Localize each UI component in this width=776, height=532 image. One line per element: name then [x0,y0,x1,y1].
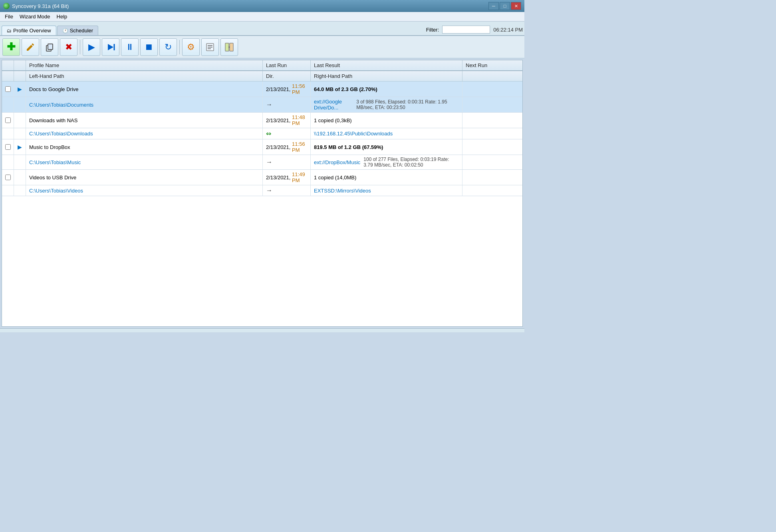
row1-next-run-path [462,97,522,112]
row1-play-cell: ▶ [14,81,26,97]
row2-checkbox[interactable] [5,117,11,123]
row3-right-path-detail: ext://DropBox/Music 100 of 277 Files, El… [311,155,462,169]
row4-left-path[interactable]: C:\Users\Tobias\Videos [26,185,263,196]
status-bar: ⟋ [0,328,524,332]
row3-checkbox[interactable] [5,144,11,150]
minimize-button[interactable]: ─ [488,2,499,10]
row3-next-run [462,139,522,155]
row4-last-result: 1 copied (14,0MB) [311,170,462,185]
log-button[interactable] [201,38,219,56]
run-button[interactable]: ▶ [83,38,100,56]
table-row: Downloads with NAS 2/13/2021, 11:48 PM 1… [2,113,522,128]
title-bar-left: Syncovery 9.31a (64 Bit) [3,3,69,9]
subcol-blank3 [462,71,522,81]
row3-detail: 100 of 277 Files, Elapsed: 0:03:19 Rate:… [363,157,459,168]
filter-input[interactable] [442,26,490,34]
row1-play-icon: ▶ [18,86,22,92]
copy-button[interactable] [41,38,58,56]
tabs-bar: 🗂 Profile Overview 🕐 Scheduler Filter: 0… [0,22,524,36]
row1-last-run: 2/13/2021, 11:56 PM [263,81,311,97]
title-bar: Syncovery 9.31a (64 Bit) ─ □ ✕ [0,0,524,12]
edit-icon [26,42,35,52]
col-next-run: Next Run [462,60,522,70]
row4-dir: → [263,185,311,196]
col-last-run: Last Run [263,60,311,70]
svg-rect-8 [225,43,229,51]
window-title: Syncovery 9.31a (64 Bit) [12,3,69,9]
row1-detail: 3 of 988 Files, Elapsed: 0:00:31 Rate: 1… [356,99,459,110]
menu-help[interactable]: Help [54,13,71,20]
row4-path-check-cell [2,185,14,196]
menu-file[interactable]: File [2,13,16,20]
tab-scheduler[interactable]: 🕐 Scheduler [57,26,99,35]
row1-path-play-cell [14,97,26,112]
row2-play-cell [14,113,26,128]
row3-last-result: 819.5 MB of 1.2 GB (67.59%) [311,139,462,155]
row2-profile-name[interactable]: Downloads with NAS [26,113,263,128]
row1-left-path[interactable]: C:\Users\Tobias\Documents [26,97,263,112]
copy2-icon [224,42,234,52]
table-row: C:\Users\Tobias\Downloads ⇔ \\192.168.12… [2,128,522,139]
filter-label: Filter: [426,27,439,33]
row4-next-run [462,170,522,185]
row4-play-cell [14,170,26,185]
stop-button[interactable]: ⏹ [140,38,158,56]
row3-check-cell [2,139,14,155]
settings-button[interactable]: ⚙ [182,38,200,56]
row1-checkbox[interactable] [5,86,11,92]
run-selected-button[interactable] [102,38,119,56]
close-button[interactable]: ✕ [511,2,521,10]
row1-dir: → [263,97,311,112]
row1-check-cell [2,81,14,97]
resize-corner-icon: ⟋ [515,330,521,333]
row3-play-icon: ▶ [18,144,22,150]
table-row: ▶ Music to DropBox 2/13/2021, 11:56 PM 8… [2,139,522,155]
table-row: Videos to USB Drive 2/13/2021, 11:49 PM … [2,170,522,185]
row2-path-check-cell [2,128,14,139]
tabs-left: 🗂 Profile Overview 🕐 Scheduler [2,26,98,35]
svg-rect-9 [230,43,233,51]
row4-next-run-path [462,185,522,196]
row2-last-run-time: 11:48 PM [292,114,307,126]
col-profile-name: Profile Name [26,60,263,70]
app-logo-icon [3,3,10,9]
table-subheader: Left-Hand Path Dir. Right-Hand Path [2,71,522,81]
row2-last-run: 2/13/2021, 11:48 PM [263,113,311,128]
row3-profile-name[interactable]: Music to DropBox [26,139,263,155]
row2-dir-arrow: ⇔ [266,130,271,137]
row2-path-play-cell [14,128,26,139]
pause-button[interactable]: ⏸ [121,38,139,56]
row2-left-path[interactable]: C:\Users\Tobias\Downloads [26,128,263,139]
tab-profile-overview[interactable]: 🗂 Profile Overview [2,26,56,35]
row4-checkbox[interactable] [5,175,11,180]
table-row: ▶ Docs to Google Drive 2/13/2021, 11:56 … [2,81,522,97]
row3-play-cell: ▶ [14,139,26,155]
refresh-button[interactable]: ↻ [159,38,177,56]
subcol-blank1 [2,71,14,81]
add-button[interactable]: ✚ [2,38,20,56]
time-display: 06:22:14 PM [493,27,523,33]
tab-profile-overview-label: Profile Overview [13,28,51,34]
row2-dir: ⇔ [263,128,311,139]
edit-button[interactable] [22,38,39,56]
subcol-right-path: Right-Hand Path [311,71,462,81]
copy2-button[interactable] [220,38,238,56]
row1-right-path-detail: ext://Google Drive/Do... 3 of 988 Files,… [311,97,462,112]
row4-profile-name[interactable]: Videos to USB Drive [26,170,263,185]
table-header: Profile Name Last Run Last Result Next R… [2,60,522,71]
tabs-right: Filter: 06:22:14 PM [426,26,523,35]
menu-wizard-mode[interactable]: Wizard Mode [16,13,54,20]
row3-left-path[interactable]: C:\Users\Tobias\Music [26,155,263,169]
row4-path-play-cell [14,185,26,196]
profile-overview-icon: 🗂 [7,28,12,34]
svg-marker-2 [108,44,113,50]
row1-last-result: 64.0 MB of 2.3 GB (2.70%) [311,81,462,97]
row1-next-run [462,81,522,97]
menu-bar: File Wizard Mode Help [0,12,524,22]
table-row: C:\Users\Tobias\Videos → EXTSSD:\Mirrors… [2,185,522,196]
row2-last-result: 1 copied (0,3kB) [311,113,462,128]
maximize-button[interactable]: □ [500,2,510,10]
row1-profile-name[interactable]: Docs to Google Drive [26,81,263,97]
scheduler-icon: 🕐 [62,28,68,34]
delete-button[interactable]: ✖ [60,38,77,56]
